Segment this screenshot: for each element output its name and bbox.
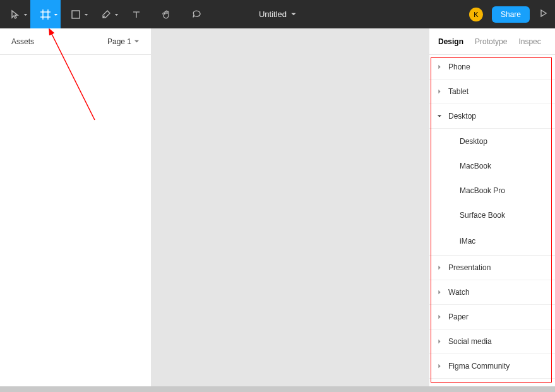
chevron-down-icon — [54, 10, 58, 19]
chevron-down-icon — [23, 10, 28, 19]
chevron-down-icon — [437, 114, 446, 119]
canvas[interactable] — [152, 28, 429, 392]
toolbar: Untitled K Share — [0, 0, 555, 28]
chevron-down-icon — [134, 39, 140, 44]
pen-tool-button[interactable] — [91, 0, 121, 28]
chevron-down-icon — [114, 10, 119, 19]
preset-label: Watch — [448, 288, 470, 297]
hand-icon — [162, 9, 172, 20]
svg-rect-4 — [72, 11, 80, 18]
move-tool-button[interactable] — [0, 0, 30, 28]
tab-prototype[interactable]: Prototype — [475, 37, 507, 46]
shape-tool-button[interactable] — [61, 0, 91, 28]
frame-icon — [40, 9, 51, 20]
preset-item-macbook[interactable]: MacBook — [429, 153, 555, 178]
chevron-down-icon — [84, 10, 88, 19]
cursor-icon — [10, 9, 20, 20]
present-button[interactable] — [539, 9, 547, 20]
text-tool-button[interactable] — [121, 0, 152, 28]
preset-category-presentation[interactable]: Presentation — [429, 256, 555, 280]
preset-category-desktop[interactable]: Desktop — [429, 104, 555, 129]
page-selector[interactable]: Page 1 — [107, 37, 140, 46]
right-panel-tabs: Design Prototype Inspec — [429, 28, 555, 55]
left-panel-header: Assets Page 1 — [0, 28, 151, 55]
hand-tool-button[interactable] — [152, 0, 182, 28]
frame-preset-list: Phone Tablet Desktop Desktop MacBook Mac… — [429, 55, 555, 392]
preset-label: Social media — [448, 337, 492, 346]
chevron-right-icon — [437, 64, 446, 69]
tab-assets[interactable]: Assets — [11, 37, 34, 46]
main: Assets Page 1 Design Prototype Inspec Ph… — [0, 28, 555, 392]
preset-label: Desktop — [448, 112, 476, 121]
share-button[interactable]: Share — [492, 6, 530, 23]
chevron-right-icon — [437, 265, 446, 270]
preset-category-paper[interactable]: Paper — [429, 305, 555, 330]
comment-icon — [192, 9, 202, 20]
chevron-right-icon — [437, 89, 446, 94]
rectangle-icon — [71, 10, 80, 19]
chevron-right-icon — [437, 290, 446, 295]
preset-label: Figma Community — [448, 362, 510, 371]
tab-inspect[interactable]: Inspec — [518, 37, 540, 46]
preset-category-social[interactable]: Social media — [429, 330, 555, 354]
tab-design[interactable]: Design — [438, 37, 463, 46]
tool-group-left — [0, 0, 212, 28]
chevron-down-icon — [290, 9, 296, 19]
right-panel: Design Prototype Inspec Phone Tablet Des… — [429, 28, 555, 392]
preset-item-desktop[interactable]: Desktop — [429, 129, 555, 153]
comment-tool-button[interactable] — [182, 0, 212, 28]
frame-tool-button[interactable] — [30, 0, 61, 28]
preset-label: Presentation — [448, 263, 491, 272]
chevron-right-icon — [437, 314, 446, 319]
preset-category-community[interactable]: Figma Community — [429, 354, 555, 379]
page-selector-label: Page 1 — [107, 37, 131, 46]
avatar[interactable]: K — [469, 8, 483, 21]
text-icon — [132, 10, 141, 19]
preset-label: Paper — [448, 312, 468, 321]
preset-item-imac[interactable]: iMac — [429, 227, 555, 256]
file-title-text: Untitled — [259, 9, 287, 19]
file-title[interactable]: Untitled — [259, 9, 296, 19]
left-panel: Assets Page 1 — [0, 28, 152, 392]
footer-strip — [0, 386, 555, 392]
preset-item-surface-book[interactable]: Surface Book — [429, 203, 555, 227]
preset-item-macbook-pro[interactable]: MacBook Pro — [429, 178, 555, 203]
preset-label: Phone — [448, 62, 470, 71]
chevron-right-icon — [437, 339, 446, 344]
preset-category-watch[interactable]: Watch — [429, 280, 555, 305]
pen-icon — [101, 9, 111, 20]
chevron-right-icon — [437, 364, 446, 369]
preset-label: Tablet — [448, 87, 468, 96]
preset-category-tablet[interactable]: Tablet — [429, 80, 555, 104]
play-icon — [539, 9, 547, 18]
toolbar-right: K Share — [469, 6, 555, 23]
preset-category-phone[interactable]: Phone — [429, 55, 555, 80]
